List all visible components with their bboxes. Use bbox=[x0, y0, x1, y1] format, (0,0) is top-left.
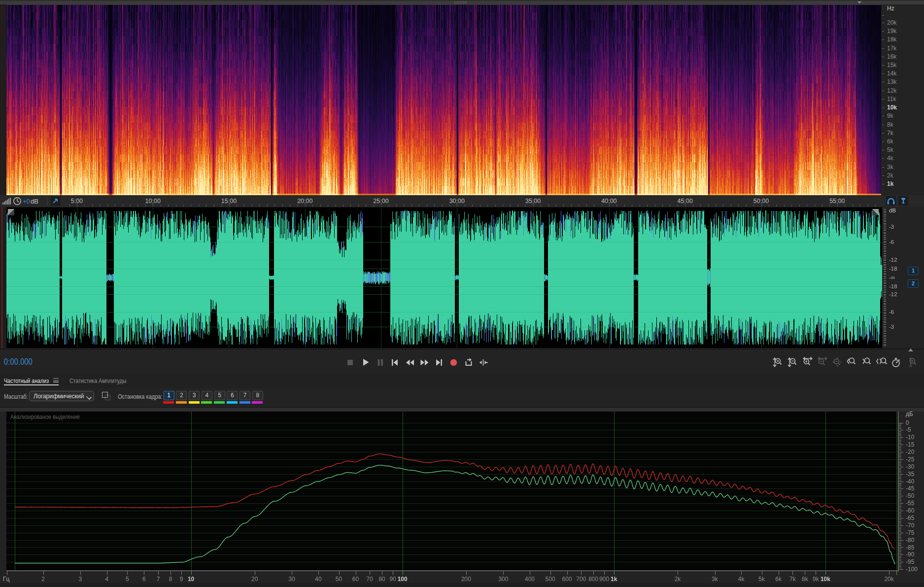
svg-text:+0: +0 bbox=[23, 198, 30, 205]
svg-text:dB: dB bbox=[31, 198, 38, 205]
